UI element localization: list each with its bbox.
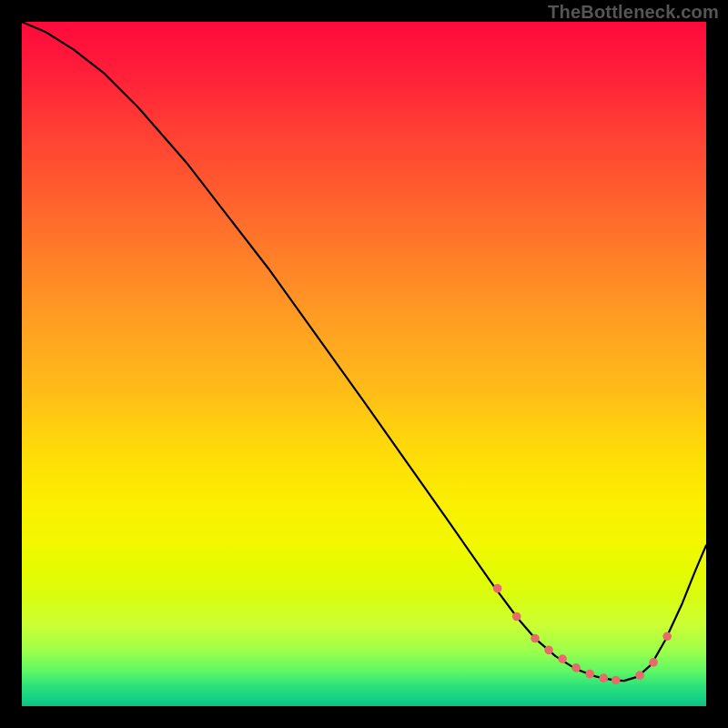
watermark-text: TheBottleneck.com [548,2,719,23]
curve-marker [612,676,621,685]
plot-area [22,22,706,706]
curve-marker [585,670,594,679]
curve-marker [599,673,608,682]
curve-marker [512,612,521,622]
curve-marker [635,671,644,680]
curve-marker [493,584,502,593]
curve-marker [649,658,658,667]
curve-marker [544,646,553,655]
chart-frame: TheBottleneck.com [0,0,728,728]
curve-marker [558,654,567,663]
curve-marker [571,663,581,672]
chart-overlay [22,22,706,706]
curve-marker [531,634,540,643]
bottleneck-curve [22,22,706,681]
curve-marker [662,632,672,641]
